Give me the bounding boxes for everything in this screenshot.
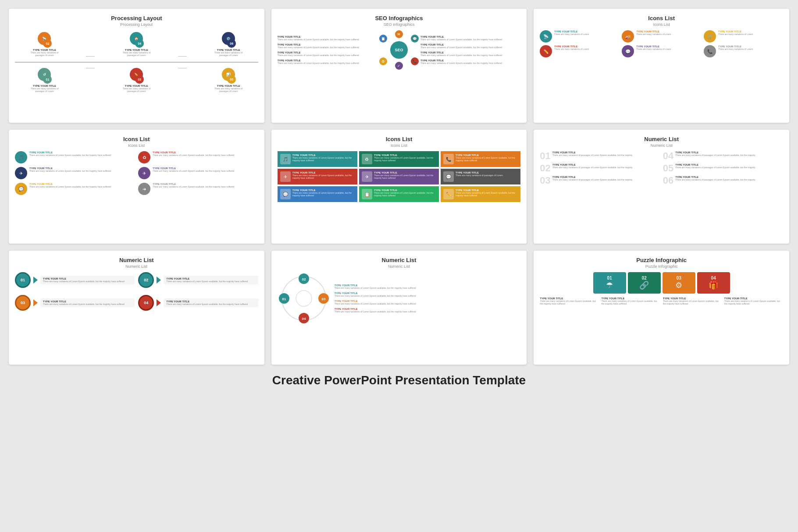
icon-item-phone: 📞 TYPE YOUR TITLE There are many variati… (704, 45, 783, 57)
circ-text-4: TYPE YOUR TITLE There are many variation… (335, 308, 521, 313)
slide-puzzle-infographic: Puzzle Infographic Puzzle Infographic 01… (534, 251, 789, 365)
num-03: 03 (540, 176, 550, 185)
icons-box-grid: 🎵 TYPE YOUR TITLE There are many variati… (278, 151, 521, 202)
recycle-box-icon: ♻ (362, 154, 372, 164)
slide9-subtitle: Puzzle Infographic (540, 264, 783, 269)
num-arrow-1 (33, 277, 38, 284)
num-circle-item-1: 01 TYPE YOUR TITLE There are many variat… (15, 272, 135, 288)
numeric-item-4: 04 TYPE YOUR TITLE There are many variat… (663, 151, 783, 161)
icon-item-arrow: ➜ TYPE YOUR TITLE There are many variati… (138, 183, 258, 195)
icon-item-truck: 🚚 TYPE YOUR TITLE There are many variati… (622, 30, 701, 43)
svg-text:02: 02 (302, 277, 306, 281)
circ-text-3: TYPE YOUR TITLE There are many variation… (335, 300, 521, 305)
satellite-icon: 📡 (540, 30, 552, 43)
circ-text-1: TYPE YOUR TITLE There are many variation… (335, 284, 521, 289)
svg-text:04: 04 (302, 317, 306, 321)
plane-box-icon: ✈ (280, 171, 291, 182)
box-plane: ✈ TYPE YOUR TITLE There are many variati… (278, 169, 357, 184)
seo-item-2: TYPE YOUR TITLE There are many variation… (278, 43, 378, 49)
icon-item-pen: ✏️ TYPE YOUR TITLE There are many variat… (540, 45, 619, 57)
num-arrow-2 (157, 277, 161, 284)
numeric-item-2: 02 TYPE YOUR TITLE There are many variat… (540, 163, 660, 173)
slide3-subtitle: Icons List (540, 22, 783, 27)
seo-right-col: TYPE YOUR TITLE There are many variation… (420, 35, 520, 64)
num-circle-03: 03 (15, 295, 31, 311)
bubble-box-icon: 💬 (280, 189, 291, 199)
puzzle-piece-2: 02 🔗 (628, 272, 661, 294)
num-arrow-4 (157, 299, 161, 306)
slides-grid: Processing Layout Processing Layout 📡 02… (9, 9, 789, 365)
seo-center: ✉ 💬 📞 ✓ ♻ 📋 (379, 30, 419, 70)
box-recycle: ♻ TYPE YOUR TITLE There are many variati… (359, 151, 439, 167)
seo-item-3: TYPE YOUR TITLE There are many variation… (278, 51, 378, 57)
num-circle-item-3: 03 TYPE YOUR TITLE There are many variat… (15, 295, 135, 311)
puzzle-text-2: TYPE YOUR TITLE There are many variation… (601, 297, 660, 305)
seo-item-1: TYPE YOUR TITLE There are many variation… (278, 35, 378, 41)
slide-numeric-list-2: Numeric List Numeric List 01 TYPE YOUR T… (9, 251, 264, 365)
puzzle-piece-1: 01 ☂ (593, 272, 626, 294)
icon-item-bubble: 💬 TYPE YOUR TITLE There are many variati… (15, 183, 135, 195)
page-title: Creative PowerPoint Presentation Templat… (272, 373, 526, 387)
slide6-title: Numeric List (540, 136, 783, 142)
num-02: 02 (540, 163, 550, 173)
slide2-subtitle: SEO Infographics (278, 22, 521, 27)
pen-icon: ✏️ (540, 45, 552, 57)
paper-plane-icon: ✈ (15, 167, 27, 179)
circular-diagram: 02 03 04 01 (278, 272, 330, 325)
seo-item-6: TYPE YOUR TITLE There are many variation… (420, 43, 520, 49)
box-doc: 📋 TYPE YOUR TITLE There are many variati… (359, 186, 439, 202)
music-icon: 🎵 (15, 151, 27, 163)
num-circle-02: 02 (138, 272, 154, 288)
slide8-subtitle: Numeric List (278, 264, 521, 269)
slide-icons-list-1: Icons List Icons List 📡 TYPE YOUR TITLE … (534, 9, 789, 123)
num-circle-item-4: 04 TYPE YOUR TITLE There are many variat… (138, 295, 258, 311)
seo-item-8: TYPE YOUR TITLE There are many variation… (420, 59, 520, 64)
num-04: 04 (663, 151, 673, 161)
bubble-icon: 💬 (15, 183, 27, 195)
puzzle-text-1: TYPE YOUR TITLE There are many variation… (540, 297, 598, 305)
puzzle-piece-4: 04 🎁 (697, 272, 730, 294)
num-06: 06 (663, 176, 673, 185)
seo-left-col: TYPE YOUR TITLE There are many variation… (278, 35, 378, 64)
box-plane2: ✈ TYPE YOUR TITLE There are many variati… (359, 169, 439, 184)
seo-item-7: TYPE YOUR TITLE There are many variation… (420, 51, 520, 57)
box-music: 🎵 TYPE YOUR TITLE There are many variati… (278, 151, 357, 167)
slide5-subtitle: Icons List (278, 143, 521, 148)
box-phone: 📞 TYPE YOUR TITLE There are many variati… (441, 151, 520, 167)
slide1-subtitle: Processing Layout (15, 22, 258, 27)
icons-2col-grid: 🎵 TYPE YOUR TITLE There are many variati… (15, 151, 258, 195)
slide-icons-list-3: Icons List Icons List 🎵 TYPE YOUR TITLE … (271, 130, 527, 244)
circ-text-2: TYPE YOUR TITLE There are many variation… (335, 292, 521, 297)
numeric-circular-layout: 02 03 04 01 TYPE YOUR TITLE There are ma… (278, 272, 521, 325)
numeric-item-6: 06 TYPE YOUR TITLE There are many variat… (663, 176, 783, 185)
music-box-icon: 🎵 (280, 154, 291, 164)
svg-point-9 (296, 291, 312, 306)
chat-icon: 💬 (622, 45, 634, 57)
plane2-box-icon: ✈ (362, 171, 372, 182)
icon-item-music: 🎵 TYPE YOUR TITLE There are many variati… (15, 151, 135, 163)
puzzle-piece-3: 03 ⚙ (663, 272, 695, 294)
slide-seo-infographics: SEO Infographics SEO Infographics TYPE Y… (271, 9, 527, 123)
slide8-title: Numeric List (278, 257, 521, 263)
icon-item-chat: 💬 TYPE YOUR TITLE There are many variati… (622, 45, 701, 57)
svg-text:01: 01 (282, 297, 286, 301)
plane-icon: ✈ (138, 167, 150, 179)
circular-text-items: TYPE YOUR TITLE There are many variation… (335, 284, 521, 313)
slide1-title: Processing Layout (15, 15, 258, 21)
chat-box-icon: 💬 (443, 171, 454, 182)
seo-content: TYPE YOUR TITLE There are many variation… (278, 30, 521, 70)
num-circle-item-2: 02 TYPE YOUR TITLE There are many variat… (138, 272, 258, 288)
num-01: 01 (540, 151, 550, 161)
slide6-subtitle: Numeric List (540, 143, 783, 148)
slide3-title: Icons List (540, 15, 783, 21)
icon-item-recycle: ♻ TYPE YOUR TITLE There are many variati… (138, 151, 258, 163)
slide-processing-layout: Processing Layout Processing Layout 📡 02… (9, 9, 264, 123)
numeric-item-3: 03 TYPE YOUR TITLE There are many variat… (540, 176, 660, 185)
box-chat: 💬 TYPE YOUR TITLE There are many variati… (441, 169, 520, 184)
num-05: 05 (663, 163, 673, 173)
slide7-subtitle: Numeric List (15, 264, 258, 269)
seo-item-4: TYPE YOUR TITLE There are many variation… (278, 59, 378, 64)
slide-icons-list-2: Icons List Icons List 🎵 TYPE YOUR TITLE … (9, 130, 264, 244)
phone-icon: 📞 (704, 45, 716, 57)
cart-icon: 🛒 (704, 30, 716, 43)
